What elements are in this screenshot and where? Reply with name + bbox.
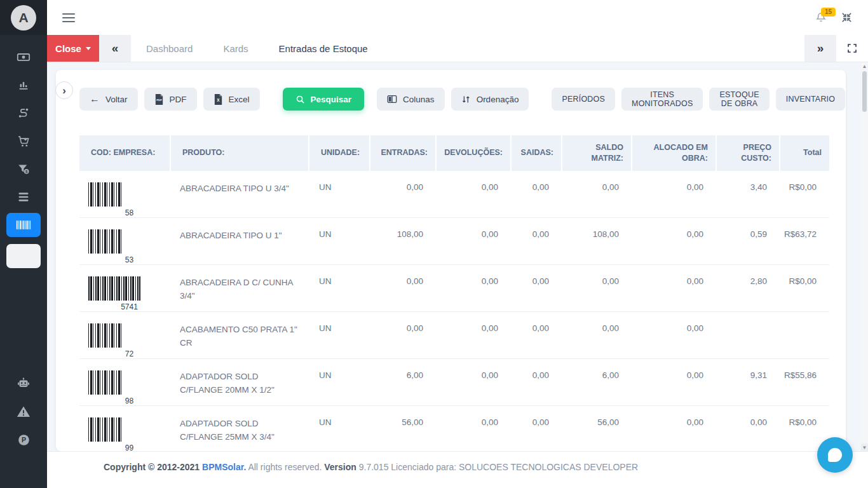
sidebar-item-purchases[interactable] [0, 127, 47, 155]
ordenacao-button[interactable]: Ordenação [451, 88, 529, 111]
alocado-obra-link[interactable]: 0,00 [632, 171, 716, 218]
alocado-obra-link[interactable]: 0,00 [632, 264, 716, 311]
total-cell: R$0,00 [780, 171, 829, 218]
sidebar-item-stock-barcode[interactable] [6, 213, 41, 237]
hamburger-menu-icon[interactable] [62, 13, 75, 22]
sidebar-submenu-stub[interactable] [6, 244, 41, 268]
inventario-button[interactable]: INVENTARIO [776, 88, 845, 111]
header-alocado-em-obra[interactable]: ALOCADO EM OBRA: [632, 135, 716, 171]
header-saidas[interactable]: SAIDAS: [511, 135, 562, 171]
product-link[interactable]: ABRACADEIRA TIPO U 1" [170, 217, 309, 264]
alocado-obra-link[interactable]: 0,00 [632, 405, 716, 451]
sidebar-item-finance[interactable] [0, 43, 47, 71]
devolucoes-cell: 0,00 [436, 171, 511, 218]
saldo-matriz-cell: 0,00 [562, 311, 632, 358]
main-content: › ← Voltar PDF PDF X Excel [47, 62, 868, 451]
compress-icon[interactable] [841, 11, 853, 24]
scroll-down-arrow[interactable]: ▼ [861, 444, 868, 451]
product-link[interactable]: ADAPTADOR SOLD C/FLANGE 25MM X 3/4" [170, 405, 309, 451]
footer-brand-link[interactable]: BPMSolar. [202, 462, 246, 472]
footer-copyright: Copyright © 2012-2021 [104, 462, 202, 472]
ordenacao-label: Ordenação [477, 95, 519, 104]
product-link[interactable]: ABRACADEIRA D C/ CUNHA 3/4" [170, 264, 309, 311]
barcode-number: 5741 [88, 302, 170, 311]
header-devolucoes[interactable]: DEVOLUÇÕES: [436, 135, 511, 171]
scroll-up-arrow[interactable]: ▲ [861, 62, 868, 70]
header-unidade[interactable]: UNIDADE: [309, 135, 370, 171]
devolucoes-cell: 0,00 [436, 311, 511, 358]
header-produto[interactable]: PRODUTO: [170, 135, 309, 171]
product-link[interactable]: ABRACADEIRA TIPO U 3/4" [170, 171, 309, 218]
header-entradas[interactable]: ENTRADAS: [370, 135, 436, 171]
devolucoes-cell: 0,00 [436, 264, 511, 311]
pesquisar-button[interactable]: Pesquisar [283, 88, 365, 111]
alocado-obra-link[interactable]: 0,00 [632, 358, 716, 405]
voltar-label: Voltar [105, 95, 128, 104]
unit-cell: UN [309, 217, 370, 264]
tabs: Dashboard Kards Entradas de Estoque [131, 35, 383, 62]
saidas-cell: 0,00 [511, 358, 562, 405]
unit-cell: UN [309, 358, 370, 405]
barcode-number: 98 [88, 396, 170, 405]
chevron-double-right-icon: » [817, 41, 824, 55]
chat-widget-button[interactable] [817, 437, 853, 473]
tab-kards[interactable]: Kards [208, 35, 263, 62]
total-cell: R$55,86 [780, 358, 829, 405]
fullscreen-button[interactable] [836, 35, 868, 62]
svg-text:PDF: PDF [156, 98, 162, 102]
saidas-cell: 0,00 [511, 217, 562, 264]
itens-monitorados-button[interactable]: ITENS MONITORADOS [621, 88, 703, 111]
logo-circle: A [11, 5, 36, 30]
colunas-button[interactable]: Colunas [377, 88, 445, 111]
product-link[interactable]: ACABAMENTO C50 PRATA 1" CR [170, 311, 309, 358]
sidebar-item-parking[interactable]: P [0, 426, 47, 454]
app-logo[interactable]: A [0, 0, 47, 35]
close-label: Close [55, 43, 81, 54]
entradas-cell: 56,00 [370, 405, 436, 451]
tabs-scroll-left-button[interactable]: « [99, 35, 131, 62]
scrollbar-thumb[interactable] [862, 71, 867, 112]
arrow-left-icon: ← [90, 94, 100, 104]
excel-button[interactable]: X Excel [203, 88, 260, 111]
columns-icon [387, 95, 397, 104]
sidebar-item-alerts[interactable] [0, 398, 47, 426]
notifications-button[interactable]: 15 [815, 11, 827, 24]
tabbar: Close « Dashboard Kards Entradas de Esto… [47, 35, 868, 62]
pdf-file-icon: PDF [154, 94, 164, 105]
sidebar-item-reports[interactable] [0, 71, 47, 99]
product-link[interactable]: ADAPTADOR SOLD C/FLANGE 20MM X 1/2" [170, 358, 309, 405]
entradas-cell: 6,00 [370, 358, 436, 405]
sidebar-item-sales-filter[interactable]: $ [0, 155, 47, 183]
estoque-de-obra-button[interactable]: ESTOQUE DE OBRA [709, 88, 769, 111]
pdf-button[interactable]: PDF PDF [144, 88, 197, 111]
alocado-obra-link[interactable]: 0,00 [632, 217, 716, 264]
alocado-obra-link[interactable]: 0,00 [632, 311, 716, 358]
saldo-matriz-cell: 0,00 [562, 171, 632, 218]
footer-version-info: 9.7.015 Licenciado para: SOLUCOES TECNOL… [356, 462, 638, 472]
vertical-scrollbar[interactable]: ▲ ▼ [861, 62, 868, 451]
sidebar-item-routes[interactable] [0, 99, 47, 127]
header-preco-custo[interactable]: PREÇO CUSTO: [716, 135, 780, 171]
header-cod-empresa[interactable]: COD: EMPRESA: [79, 135, 170, 171]
header-saldo-matriz[interactable]: SALDO MATRIZ: [562, 135, 632, 171]
panel-toggle-button[interactable]: › [55, 81, 73, 99]
parking-p-icon: P [17, 433, 31, 447]
entradas-cell: 108,00 [370, 217, 436, 264]
filter-dollar-icon: $ [17, 163, 31, 176]
sidebar-item-assistant[interactable] [0, 370, 47, 398]
footer-rights: All rights reserved. [246, 462, 324, 472]
voltar-button[interactable]: ← Voltar [79, 88, 138, 111]
expand-icon [846, 43, 858, 54]
close-tabs-button[interactable]: Close [47, 35, 99, 62]
tabs-scroll-right-button[interactable]: » [804, 35, 836, 62]
sidebar-item-lists[interactable] [0, 183, 47, 211]
tab-entradas-de-estoque[interactable]: Entradas de Estoque [264, 35, 383, 62]
periodos-button[interactable]: PERÍODOS [552, 88, 615, 111]
header-total[interactable]: Total [780, 135, 829, 171]
devolucoes-cell: 0,00 [436, 217, 511, 264]
table-row: 72 ACABAMENTO C50 PRATA 1" CR UN 0,00 0,… [79, 311, 829, 358]
tab-dashboard[interactable]: Dashboard [131, 35, 208, 62]
table-row: 98 ADAPTADOR SOLD C/FLANGE 20MM X 1/2" U… [79, 358, 829, 405]
pesquisar-label: Pesquisar [311, 95, 352, 104]
saldo-matriz-cell: 0,00 [562, 264, 632, 311]
